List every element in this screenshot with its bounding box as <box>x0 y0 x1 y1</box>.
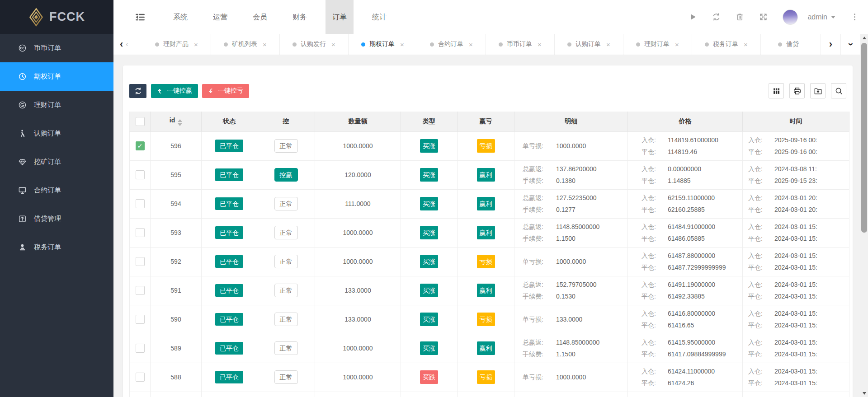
nav-item-order[interactable]: 订单 <box>326 0 354 34</box>
control-button[interactable]: 正常 <box>274 226 298 239</box>
row-checkbox[interactable] <box>136 199 145 208</box>
row-checkbox[interactable] <box>136 286 145 295</box>
cell-select <box>130 276 151 305</box>
tab-rengou-dingdan[interactable]: 认购订单× <box>555 34 623 55</box>
fullscreen-icon[interactable] <box>759 13 768 21</box>
cell-time: 入仓:2024-03-08 11:平仓:2025-09-15 23: <box>743 160 849 189</box>
nav-item-system[interactable]: 系统 <box>166 0 194 34</box>
avatar[interactable] <box>783 9 798 25</box>
tax-orders-icon <box>18 243 27 252</box>
nav-item-stats[interactable]: 统计 <box>365 0 393 34</box>
sidebar-item-finance-orders[interactable]: 理财订单 <box>0 91 113 119</box>
tab-menu-button[interactable]: › <box>840 34 860 55</box>
user-menu[interactable]: admin <box>807 13 835 21</box>
row-checkbox[interactable] <box>136 344 145 353</box>
tab-kuangji-liebiao[interactable]: 矿机列表× <box>211 34 280 55</box>
control-button[interactable]: 控赢 <box>274 168 298 182</box>
status-badge: 已平仓 <box>215 255 243 268</box>
sort-icon[interactable] <box>178 119 182 126</box>
tab-label: 期权订单 <box>369 40 395 48</box>
control-button[interactable]: 正常 <box>274 197 298 210</box>
tab-close-icon[interactable]: × <box>469 41 473 48</box>
tab-rengou-faxing[interactable]: 认购发行× <box>280 34 349 55</box>
nav-item-operate[interactable]: 运营 <box>206 0 234 34</box>
row-checkbox[interactable]: ✓ <box>136 141 145 150</box>
refresh-table-button[interactable] <box>129 84 146 98</box>
detail-value: 0.1380 <box>556 175 576 187</box>
price-line: 入仓:61484.91000000 <box>642 221 742 233</box>
nav-item-finance[interactable]: 财务 <box>286 0 314 34</box>
tab-heyue-dingdan[interactable]: 合约订单× <box>417 34 486 55</box>
caret-down-icon <box>831 16 835 19</box>
result-badge: 亏损 <box>477 139 495 153</box>
row-checkbox[interactable] <box>136 257 145 266</box>
tab-shuiwu-dingdan[interactable]: 税务订单× <box>692 34 761 55</box>
sidebar-item-subscribe-orders[interactable]: 认购订单 <box>0 119 113 148</box>
row-checkbox[interactable] <box>136 228 145 237</box>
tab-close-icon[interactable]: × <box>744 41 748 48</box>
refresh-icon[interactable] <box>712 13 721 21</box>
sidebar-item-tax-orders[interactable]: 税务订单 <box>0 233 113 262</box>
tab-close-icon[interactable]: × <box>606 41 610 48</box>
more-vertical-icon[interactable] <box>850 13 859 21</box>
force-lose-button[interactable]: 一键控亏 <box>202 84 249 98</box>
search-button[interactable] <box>831 83 846 98</box>
cell-select <box>130 334 151 363</box>
tab-close-icon[interactable]: × <box>331 41 335 48</box>
tab-qiquan-dingdan[interactable]: 期权订单× <box>349 34 417 55</box>
detail-line: 总赢返:1148.85000000 <box>523 221 627 233</box>
control-button[interactable]: 正常 <box>274 313 298 326</box>
export-button[interactable] <box>810 83 826 98</box>
row-checkbox[interactable] <box>136 170 145 179</box>
time-line: 入仓:2024-03-01 15: <box>748 221 849 233</box>
cell-control: 正常 <box>257 392 315 397</box>
cell-type: 买涨 <box>401 305 458 334</box>
cell-type: 买涨 <box>401 247 458 276</box>
tab-close-icon[interactable]: × <box>194 41 198 48</box>
tab-licai-dingdan[interactable]: 理财订单× <box>623 34 692 55</box>
tab-close-icon[interactable]: × <box>538 41 542 48</box>
collapse-sidebar-icon[interactable] <box>135 12 145 22</box>
control-button[interactable]: 正常 <box>274 341 298 355</box>
cell-price: 入仓:61468.75000000 <box>628 392 743 397</box>
status-badge: 已平仓 <box>215 313 243 326</box>
top-nav: 系统运营会员财务订单统计 <box>113 0 689 34</box>
price-value: 61424.26 <box>668 377 694 389</box>
tab-scroll-left-icon[interactable]: ‹ <box>120 39 123 49</box>
control-button[interactable]: 正常 <box>274 139 298 153</box>
control-button[interactable]: 正常 <box>274 255 298 268</box>
scrollbar-thumb[interactable] <box>861 43 867 233</box>
sidebar-item-contract-orders[interactable]: 合约订单 <box>0 176 113 205</box>
cell-time: 入仓:2025-09-16 00:平仓:2025-09-16 00: <box>743 131 849 160</box>
scrollbar-up-arrow[interactable] <box>860 34 868 42</box>
play-icon[interactable] <box>689 13 697 21</box>
control-button[interactable]: 正常 <box>274 370 298 384</box>
force-win-button[interactable]: 一键控赢 <box>151 84 198 98</box>
tab-bibi-dingdan[interactable]: 币币订单× <box>486 34 555 55</box>
type-badge: 买涨 <box>420 168 438 182</box>
cell-select <box>130 363 151 392</box>
cell-result: 赢利 <box>458 276 514 305</box>
trash-icon[interactable] <box>736 13 744 21</box>
tab-scroll-right-button[interactable]: › <box>821 34 840 55</box>
sidebar-item-loan-manage[interactable]: 借贷管理 <box>0 205 113 233</box>
tab-licai-chanpin[interactable]: 理财产品× <box>142 34 211 55</box>
nav-item-member[interactable]: 会员 <box>246 0 274 34</box>
tab-close-icon[interactable]: × <box>400 41 404 48</box>
tab-close-icon[interactable]: × <box>263 41 267 48</box>
sidebar-item-coin-orders[interactable]: 币币订单 <box>0 34 113 62</box>
row-checkbox[interactable] <box>136 315 145 324</box>
print-button[interactable] <box>789 83 805 98</box>
detail-label: 手续费: <box>523 204 551 215</box>
sidebar-item-mining-orders[interactable]: 挖矿订单 <box>0 148 113 176</box>
tab-close-icon[interactable]: × <box>675 41 679 48</box>
row-checkbox[interactable] <box>136 373 145 382</box>
control-button[interactable]: 正常 <box>274 284 298 297</box>
cell-amount: 1000.0000 <box>315 131 401 160</box>
sidebar-item-options-orders[interactable]: 期权订单 <box>0 62 113 91</box>
scrollbar-down-arrow[interactable] <box>860 389 868 397</box>
select-all-checkbox[interactable] <box>136 117 145 126</box>
result-badge: 赢利 <box>477 226 495 239</box>
tab-jiedai[interactable]: 借贷 <box>761 34 821 55</box>
columns-button[interactable] <box>769 83 784 98</box>
